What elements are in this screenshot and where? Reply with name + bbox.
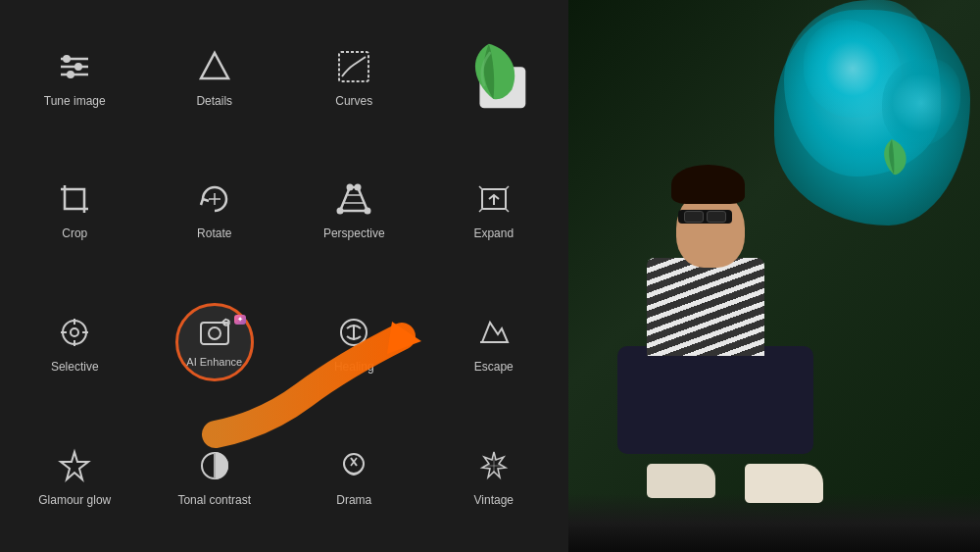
glamour-icon: [53, 444, 96, 487]
glamour-glow-label: Glamour glow: [38, 493, 111, 507]
healing-tool[interactable]: Healing: [284, 276, 424, 410]
rotate-label: Rotate: [197, 226, 231, 240]
svg-point-3: [64, 56, 70, 62]
photo-panel: [568, 0, 980, 552]
details-label: Details: [196, 94, 232, 108]
expand-icon: [472, 177, 515, 221]
healing-icon: [332, 311, 375, 354]
vintage-tool[interactable]: Vintage: [424, 409, 564, 542]
svg-line-20: [479, 186, 482, 189]
tune-image-label: Tune image: [44, 94, 106, 108]
curves-icon: [332, 45, 375, 88]
svg-point-26: [71, 328, 78, 336]
svg-point-32: [209, 327, 220, 339]
snapseed-logo: [424, 10, 564, 143]
ai-enhance-label: AI Enhance: [186, 356, 242, 369]
selective-tool[interactable]: Selective: [5, 276, 145, 410]
tonal-icon: [193, 444, 236, 487]
triangle-icon: [193, 45, 236, 88]
drama-icon: [332, 444, 375, 487]
svg-point-18: [356, 185, 361, 190]
svg-point-17: [348, 185, 353, 190]
tools-panel: Tune image Details Curves: [0, 0, 568, 552]
svg-point-4: [75, 64, 81, 70]
perspective-tool[interactable]: Perspective: [284, 143, 424, 276]
drama-label: Drama: [336, 493, 371, 507]
svg-point-15: [338, 209, 343, 214]
tune-image-tool[interactable]: Tune image: [5, 10, 145, 143]
ai-enhance-ring: ✦ AI Enhance: [175, 303, 254, 381]
sliders-icon: [53, 45, 96, 88]
photo-background: [568, 0, 980, 552]
svg-line-21: [506, 186, 509, 189]
escape-label: Escape: [474, 360, 514, 374]
glamour-glow-tool[interactable]: Glamour glow: [5, 409, 145, 542]
svg-line-22: [479, 209, 482, 212]
tonal-contrast-label: Tonal contrast: [177, 493, 251, 507]
vintage-icon: [472, 444, 515, 487]
drama-tool[interactable]: Drama: [284, 409, 424, 542]
healing-label: Healing: [334, 360, 374, 374]
tonal-contrast-tool[interactable]: Tonal contrast: [145, 409, 285, 542]
svg-marker-37: [61, 452, 88, 479]
rotate-tool[interactable]: Rotate: [145, 143, 285, 276]
crop-tool[interactable]: Crop: [5, 143, 145, 276]
vintage-label: Vintage: [474, 493, 514, 507]
svg-point-16: [366, 209, 370, 214]
expand-tool[interactable]: Expand: [424, 143, 564, 276]
curves-label: Curves: [335, 94, 372, 108]
perspective-label: Perspective: [323, 226, 385, 240]
svg-rect-7: [339, 52, 368, 81]
perspective-icon: [332, 177, 375, 221]
svg-marker-6: [201, 53, 228, 78]
ai-enhance-tool[interactable]: ✦ AI Enhance: [145, 276, 285, 410]
rotate-icon: [193, 177, 236, 221]
expand-label: Expand: [473, 226, 514, 240]
curves-tool[interactable]: Curves: [284, 10, 424, 143]
svg-rect-31: [201, 323, 228, 344]
svg-marker-11: [340, 187, 368, 211]
crop-icon: [53, 177, 96, 221]
escape-icon: [472, 311, 515, 354]
details-tool[interactable]: Details: [145, 10, 285, 143]
selective-label: Selective: [51, 360, 99, 374]
crop-label: Crop: [62, 226, 87, 240]
escape-tool[interactable]: Escape: [424, 276, 564, 410]
svg-point-5: [68, 72, 74, 77]
svg-line-23: [506, 209, 509, 212]
selective-icon: [53, 311, 96, 354]
